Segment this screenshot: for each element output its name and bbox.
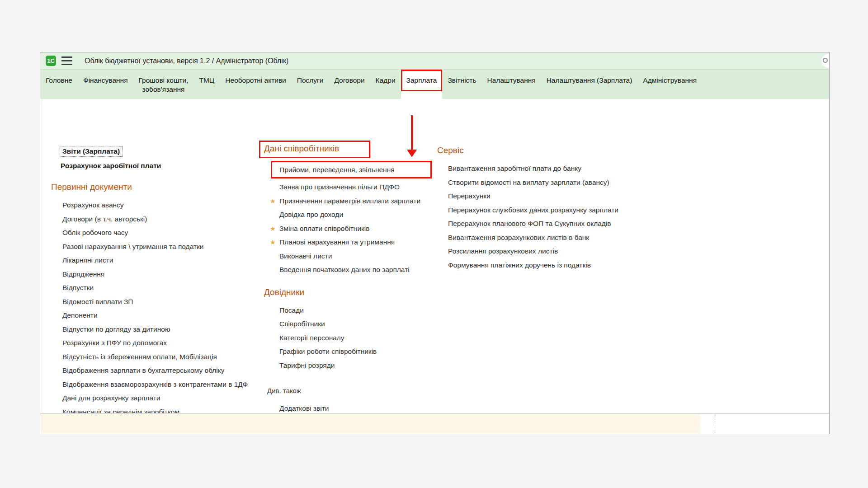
menu-item[interactable]: Перерахунок службових даних розрахунку з… — [433, 203, 641, 217]
menu-item[interactable]: ★Призначення параметрів виплати зарплати — [259, 194, 449, 208]
menu-item[interactable]: Посади — [259, 304, 449, 318]
link-payroll-calculation[interactable]: Розрахунок заробітної плати — [61, 162, 255, 170]
menu-item-label: Графіки роботи співробітників — [279, 347, 377, 355]
menu-item[interactable]: Вивантаження заробітної плати до банку — [433, 162, 641, 176]
tab-8[interactable]: Кадри — [370, 70, 401, 99]
tab-9[interactable]: Зарплата — [401, 70, 443, 99]
menu-item-label: Довідка про доходи — [279, 211, 343, 218]
menu-item[interactable]: Довідка про доходи — [259, 208, 449, 222]
menu-item-highlighted[interactable]: Прийоми, переведення, звільнення — [271, 161, 432, 178]
app-window: 1С Облік бюджетної установи, версія 1.2 … — [40, 52, 830, 434]
menu-item-label: Розрахунок авансу — [62, 201, 124, 209]
menu-item-label: Відсутність із збереженням оплати, Мобіл… — [62, 353, 217, 361]
menu-item[interactable]: Разові нарахування \ утримання та податк… — [51, 240, 255, 254]
menu-item[interactable]: Розрахунок авансу — [51, 198, 255, 212]
column-reports-documents: Звіти (Зарплата) Розрахунок заробітної п… — [51, 146, 255, 414]
employee-data-list: Прийоми, переведення, звільненняЗаява пр… — [259, 161, 449, 277]
tab-4[interactable]: ТМЦ — [193, 70, 220, 99]
status-bar — [40, 413, 829, 434]
menu-item[interactable]: ★Зміна оплати співробітників — [259, 222, 449, 236]
menu-item-label: Лікарняні листи — [62, 256, 113, 264]
tab-1[interactable]: Головне — [40, 70, 78, 99]
tab-10[interactable]: Звітність — [442, 70, 481, 99]
menu-item[interactable]: Договори (в т.ч. авторські) — [51, 212, 255, 226]
menu-item[interactable]: Вивантаження розрахункових листів в банк — [433, 231, 641, 245]
tab-2[interactable]: Фінансування — [78, 70, 133, 99]
menu-item[interactable]: Відображення зарплати в бухгалтерському … — [51, 364, 255, 378]
menu-item[interactable]: Категорії персоналу — [259, 331, 449, 345]
link-reports-salary[interactable]: Звіти (Зарплата) — [60, 146, 123, 157]
menu-item[interactable]: Лікарняні листи — [51, 253, 255, 267]
app-logo-icon[interactable]: 1С — [46, 56, 56, 66]
section-header-employee-data: Дані співробітників — [264, 143, 363, 154]
see-also-list: Додаткові звітиДодаткові обробки — [259, 402, 449, 414]
menu-item-label: Розрахунки з ПФУ по допомогах — [62, 339, 167, 347]
menu-item-label: Створити відомості на виплату зарплати (… — [448, 178, 609, 186]
menu-item-label: Депоненти — [62, 311, 98, 319]
menu-item-label: Призначення параметрів виплати зарплати — [279, 197, 420, 205]
menu-item-label: Відрядження — [62, 270, 104, 278]
menu-item[interactable]: Відомості виплати ЗП — [51, 295, 255, 309]
status-bar-highlight — [40, 414, 700, 433]
menu-item[interactable]: Розрахунки з ПФУ по допомогах — [51, 336, 255, 350]
menu-item-label: Вивантаження розрахункових листів в банк — [448, 234, 589, 241]
section-header-service: Сервіс — [437, 145, 641, 156]
menu-item-label: Дані для розрахунку зарплати — [62, 394, 160, 402]
menu-item-label: Введення початкових даних по зарплаті — [279, 266, 410, 273]
menu-item[interactable]: Відпустки — [51, 281, 255, 295]
menu-item[interactable]: Розсилання розрахункових листів — [433, 244, 641, 258]
menu-item-label: Виконавчі листи — [279, 252, 332, 260]
section-panel-salary: Звіти (Зарплата) Розрахунок заробітної п… — [40, 99, 829, 414]
annotation-arrow-line — [411, 115, 413, 150]
search-icon[interactable] — [823, 58, 828, 63]
menu-item-label: Планові нарахування та утримання — [279, 238, 395, 246]
menu-item-label: Перерахунок планового ФОП та Сукупних ок… — [448, 220, 611, 227]
menu-item-label: Разові нарахування \ утримання та податк… — [62, 243, 203, 250]
menu-item-label: Зміна оплати співробітників — [279, 225, 370, 232]
menu-item[interactable]: Введення початкових даних по зарплаті — [259, 263, 449, 277]
primary-documents-list: Розрахунок авансуДоговори (в т.ч. авторс… — [51, 198, 255, 414]
tab-6[interactable]: Послуги — [292, 70, 329, 99]
menu-item-label: Прийоми, переведення, звільнення — [279, 166, 395, 174]
star-icon: ★ — [270, 222, 276, 236]
menu-item[interactable]: Заява про призначення пільги ПДФО — [259, 180, 449, 194]
menu-item[interactable]: Відсутність із збереженням оплати, Мобіл… — [51, 350, 255, 364]
menu-item[interactable]: Співробітники — [259, 317, 449, 331]
tab-3[interactable]: Грошові кошти,зобов'язання — [133, 70, 194, 99]
column-service: Сервіс Вивантаження заробітної плати до … — [433, 145, 641, 272]
annotation-box-employee-data: Дані співробітників — [259, 141, 370, 158]
menu-item[interactable]: Відпустки по догляду за дитиною — [51, 323, 255, 337]
menu-item[interactable]: Перерахунок планового ФОП та Сукупних ок… — [433, 217, 641, 231]
menu-item[interactable]: Відображення взаєморозрахунків з контраг… — [51, 378, 255, 392]
menu-item[interactable]: Виконавчі листи — [259, 249, 449, 263]
annotation-arrow-head — [407, 150, 417, 157]
menu-item[interactable]: Тарифні розряди — [259, 359, 449, 373]
menu-item-label: Розсилання розрахункових листів — [448, 247, 558, 255]
menu-item-label: Категорії персоналу — [279, 334, 344, 342]
tab-bar: ГоловнеФінансуванняГрошові кошти,зобов'я… — [40, 70, 829, 99]
menu-item[interactable]: Перерахунки — [433, 189, 641, 203]
tab-5[interactable]: Необоротні активи — [220, 70, 291, 99]
star-icon: ★ — [270, 235, 276, 249]
menu-item[interactable]: Депоненти — [51, 309, 255, 323]
menu-item[interactable]: Формування платіжних доручень із податкі… — [433, 258, 641, 272]
title-bar: 1С Облік бюджетної установи, версія 1.2 … — [40, 52, 829, 70]
menu-item[interactable]: Відрядження — [51, 267, 255, 282]
menu-item-label: Відображення зарплати в бухгалтерському … — [62, 366, 225, 374]
menu-item[interactable]: Додаткові звіти — [259, 402, 449, 414]
tab-13[interactable]: Адміністрування — [637, 70, 702, 99]
menu-item-label: Заява про призначення пільги ПДФО — [279, 183, 400, 191]
menu-item[interactable]: Створити відомості на виплату зарплати (… — [433, 176, 641, 190]
tab-11[interactable]: Налаштування — [482, 70, 541, 99]
menu-item[interactable]: Графіки роботи співробітників — [259, 345, 449, 359]
menu-item[interactable]: ★Планові нарахування та утримання — [259, 235, 449, 249]
menu-item[interactable]: Дані для розрахунку зарплати — [51, 391, 255, 405]
menu-item-label: Облік робочого часу — [62, 229, 128, 236]
menu-icon[interactable] — [61, 56, 73, 66]
menu-item-label: Співробітники — [279, 320, 325, 328]
directories-list: ПосадиСпівробітникиКатегорії персоналуГр… — [259, 304, 449, 373]
tab-7[interactable]: Договори — [329, 70, 370, 99]
menu-item[interactable]: Облік робочого часу — [51, 226, 255, 240]
menu-item-label: Тарифні розряди — [279, 361, 335, 369]
tab-12[interactable]: Налаштування (Зарплата) — [541, 70, 638, 99]
